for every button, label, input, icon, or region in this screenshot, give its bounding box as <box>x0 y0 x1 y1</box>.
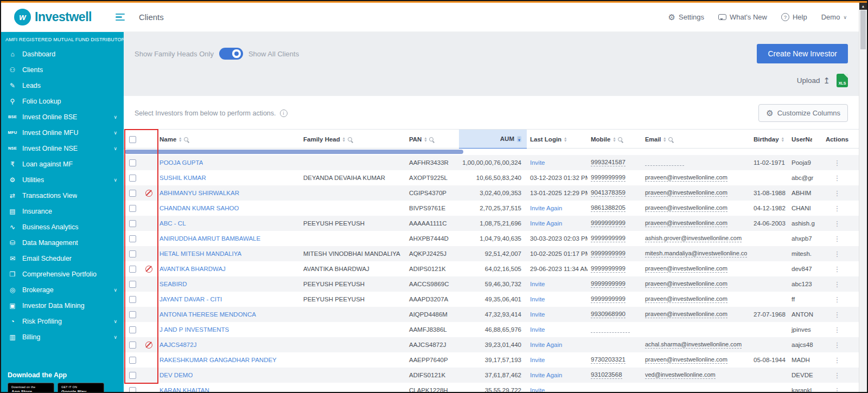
vertical-scrollbar[interactable]: ▲ <box>859 3 867 392</box>
row-checkbox[interactable] <box>129 357 136 364</box>
clients-view-toggle[interactable] <box>219 48 243 60</box>
sidebar-item-email-scheduler[interactable]: ✉Email Scheduler <box>1 250 124 266</box>
email-value[interactable]: ved@investwellonline.com <box>645 371 716 379</box>
sidebar-collapse-icon[interactable] <box>116 14 125 21</box>
client-name-link[interactable]: AVANTIKA BHARDWAJ <box>159 266 226 272</box>
client-name-link[interactable]: KARAN KHAITAN <box>159 387 209 392</box>
email-value[interactable]: praveen@investwellonline.com <box>645 356 727 364</box>
column-header-mobile[interactable]: Mobile▴▾ <box>588 130 642 149</box>
vertical-scrollbar-thumb[interactable] <box>860 10 866 49</box>
row-checkbox[interactable] <box>129 235 136 242</box>
row-menu-icon[interactable]: ⋮ <box>832 174 843 182</box>
row-checkbox[interactable] <box>129 387 136 392</box>
email-value[interactable]: praveen@investwellonline.com <box>645 220 727 227</box>
help-button[interactable]: ? Help <box>781 13 807 21</box>
invite-link[interactable]: Invite Again <box>530 342 562 348</box>
invite-link[interactable]: Invite <box>530 357 545 363</box>
mobile-value[interactable]: 9993241587 <box>591 159 626 166</box>
row-menu-icon[interactable]: ⋮ <box>832 159 843 167</box>
client-name-link[interactable]: SUSHIL KUMAR <box>159 175 206 181</box>
column-header-name[interactable]: Name▴▾ <box>156 130 300 149</box>
row-menu-icon[interactable]: ⋮ <box>832 235 843 243</box>
column-header-email[interactable]: Email▴▾ <box>642 130 750 149</box>
client-name-link[interactable]: CHANDAN KUMAR SAHOO <box>159 205 239 211</box>
mobile-value[interactable]: 9041378359 <box>591 189 626 197</box>
row-menu-icon[interactable]: ⋮ <box>832 280 843 288</box>
row-checkbox[interactable] <box>129 175 136 182</box>
email-value[interactable]: praveen@investwellonline.com <box>645 265 727 273</box>
sidebar-item-comprehensive-portfolio[interactable]: ❐Comprehensive Portfolio <box>1 266 124 282</box>
mobile-value[interactable]: 9999999999 <box>591 220 626 227</box>
row-checkbox[interactable] <box>129 266 136 273</box>
column-header-family-head[interactable]: Family Head▴▾ <box>300 130 406 149</box>
row-menu-icon[interactable]: ⋮ <box>832 189 843 197</box>
invite-link[interactable]: Invite <box>530 326 545 333</box>
column-header-birthday[interactable]: Birthday▴▾ <box>750 130 788 149</box>
column-header-actions[interactable]: Actions <box>815 130 859 149</box>
sidebar-item-loan-against-mf[interactable]: ₹Loan against MF <box>1 156 124 172</box>
sort-icon[interactable]: ▴▾ <box>343 137 345 142</box>
email-value[interactable]: praveen@investwellonline.com <box>645 189 727 197</box>
mobile-value[interactable]: 9999999999 <box>591 174 626 182</box>
sidebar-item-clients[interactable]: ⚇Clients <box>1 62 124 78</box>
invite-link[interactable]: Invite <box>530 387 545 392</box>
email-value[interactable]: praveen@investwellonline.com <box>645 280 727 288</box>
sidebar-item-brokerage[interactable]: ◎Brokerage∨ <box>1 282 124 298</box>
invite-link[interactable]: Invite <box>530 311 545 318</box>
sidebar-item-dashboard[interactable]: ⌂Dashboard <box>1 46 124 62</box>
client-name-link[interactable]: ABC - CL <box>159 220 186 227</box>
client-name-link[interactable]: JAYANT DAVAR - CITI <box>159 296 222 302</box>
email-value[interactable]: praveen@investwellonline.com <box>645 311 727 318</box>
column-header-last-login[interactable]: Last Login▴▾ <box>527 130 588 149</box>
row-checkbox[interactable] <box>129 372 136 379</box>
column-header-pan[interactable]: PAN▴▾ <box>406 130 459 149</box>
column-header-aum[interactable]: AUM▴▾ <box>459 130 527 149</box>
search-icon[interactable] <box>348 137 352 141</box>
row-menu-icon[interactable]: ⋮ <box>832 204 843 212</box>
settings-button[interactable]: ⚙ Settings <box>668 13 704 21</box>
email-value[interactable]: mitesh.mandaliya@investwellonline.com <box>645 250 747 257</box>
row-menu-icon[interactable]: ⋮ <box>832 265 843 273</box>
mobile-value[interactable]: 9999999999 <box>591 295 626 303</box>
row-checkbox[interactable] <box>129 220 136 227</box>
invite-link[interactable]: Invite <box>530 159 545 166</box>
email-value[interactable]: ashish.grover@investwellonline.com <box>645 235 742 242</box>
sort-icon[interactable]: ▴▾ <box>564 137 566 142</box>
sidebar-item-invest-online-bse[interactable]: BSEInvest Online BSE∨ <box>1 109 124 125</box>
invite-link[interactable]: Invite Again <box>530 372 562 378</box>
row-menu-icon[interactable]: ⋮ <box>832 341 843 349</box>
invite-link[interactable]: Invite <box>530 296 545 302</box>
client-name-link[interactable]: SEABIRD <box>159 281 187 287</box>
upload-button[interactable]: Upload ↥ <box>797 76 830 85</box>
sidebar-item-data-management[interactable]: ⛁Data Management <box>1 235 124 250</box>
row-menu-icon[interactable]: ⋮ <box>832 326 843 334</box>
row-checkbox[interactable] <box>129 296 136 303</box>
search-icon[interactable] <box>184 137 188 141</box>
sidebar-item-invest-online-nse[interactable]: NSEInvest Online NSE∨ <box>1 140 124 156</box>
row-checkbox[interactable] <box>129 342 136 349</box>
client-name-link[interactable]: DEV DEMO <box>159 372 193 378</box>
mobile-value[interactable]: 9999999999 <box>591 250 626 257</box>
sidebar-item-risk-profiling[interactable]: ◔Risk Profiling∨ <box>1 313 124 329</box>
row-menu-icon[interactable]: ⋮ <box>832 220 843 228</box>
row-menu-icon[interactable]: ⋮ <box>832 311 843 319</box>
invite-link[interactable]: Invite Again <box>530 205 562 211</box>
email-value[interactable]: praveen@investwellonline.com <box>645 204 727 212</box>
mobile-value[interactable]: 9730203321 <box>591 356 626 364</box>
client-name-link[interactable]: RAKESHKUMAR GANGADHAR PANDEY <box>159 357 277 363</box>
row-menu-icon[interactable]: ⋮ <box>832 371 843 379</box>
mobile-value[interactable]: 931023568 <box>591 371 622 379</box>
sidebar-item-transactions-view[interactable]: ⇄Transactions View <box>1 188 124 203</box>
column-header-usernam[interactable]: UserNam <box>788 130 815 149</box>
sort-icon[interactable]: ▴▾ <box>613 137 615 142</box>
sort-icon[interactable]: ▴▾ <box>517 136 521 142</box>
row-checkbox[interactable] <box>129 281 136 288</box>
email-value[interactable]: praveen@investwellonline.com <box>645 174 727 182</box>
create-new-investor-button[interactable]: Create New Investor <box>757 44 848 63</box>
invite-link[interactable]: Invite Again <box>530 220 562 227</box>
row-checkbox[interactable] <box>129 205 136 212</box>
mobile-value[interactable]: 9930968990 <box>591 311 626 318</box>
scroll-up-icon[interactable]: ▲ <box>859 3 867 10</box>
mobile-value[interactable]: 9999999999 <box>591 235 626 242</box>
client-name-link[interactable]: AAJCS4872J <box>159 342 196 348</box>
